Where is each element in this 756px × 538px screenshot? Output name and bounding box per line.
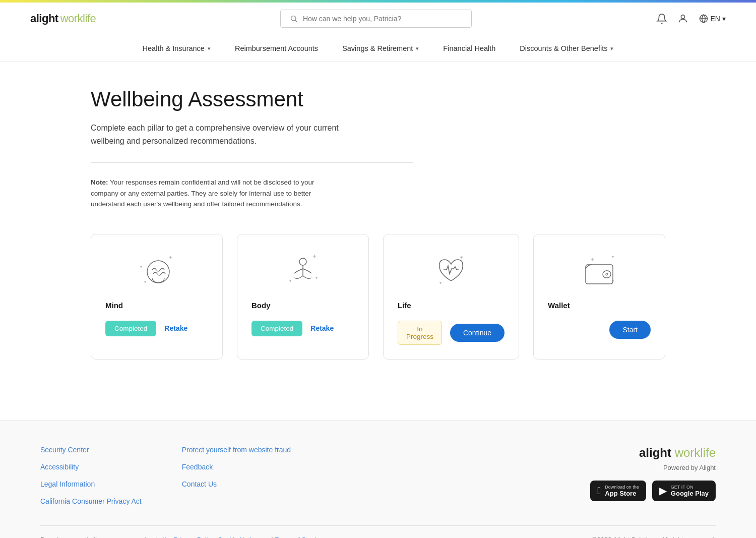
page-subtitle: Complete each pillar to get a comprehens… xyxy=(91,122,373,147)
app-badges:  Download on the App Store ▶ GET IT ON … xyxy=(590,481,716,501)
body-card-actions: Completed Retake xyxy=(251,321,334,336)
nav-health-label: Health & Insurance xyxy=(143,44,205,52)
search-input[interactable] xyxy=(303,15,462,23)
nav-financial[interactable]: Financial Health xyxy=(443,44,495,52)
play-store-badge[interactable]: ▶ GET IT ON Google Play xyxy=(652,481,716,501)
main-nav: Health & Insurance ▾ Reimbursement Accou… xyxy=(0,35,756,62)
svg-point-10 xyxy=(147,261,169,283)
bell-icon xyxy=(656,13,667,24)
health-chevron-icon: ▾ xyxy=(208,45,211,52)
life-in-progress-button: In Progress xyxy=(398,321,442,345)
header-icons: EN ▾ xyxy=(656,13,726,24)
wallet-card-label: Wallet xyxy=(548,301,570,310)
life-continue-button[interactable]: Continue xyxy=(450,324,505,342)
wallet-card-actions: Start xyxy=(548,321,651,339)
footer-links: Security Center Accessibility Legal Info… xyxy=(40,446,291,505)
life-card-icon xyxy=(398,251,505,291)
language-label: EN xyxy=(711,15,720,23)
wallet-start-button[interactable]: Start xyxy=(609,321,651,339)
nav-reimbursement-label: Reimbursement Accounts xyxy=(235,44,318,52)
footer: Security Center Accessibility Legal Info… xyxy=(0,420,756,538)
main-content: Wellbeing Assessment Complete each pilla… xyxy=(50,62,706,420)
life-card-actions: In Progress Continue xyxy=(398,321,505,345)
legal-information-link[interactable]: Legal Information xyxy=(40,480,142,488)
apple-icon:  xyxy=(597,485,601,497)
page-title: Wellbeing Assessment xyxy=(91,87,665,111)
mind-retake-button[interactable]: Retake xyxy=(164,324,187,332)
copyright-text: ©2022 Alight Solutions. All rights reser… xyxy=(592,536,716,538)
nav-health-insurance[interactable]: Health & Insurance ▾ xyxy=(143,44,211,52)
powered-by-text: Powered by Alight xyxy=(663,464,716,471)
notifications-button[interactable] xyxy=(656,13,667,24)
logo[interactable]: alight worklife xyxy=(30,12,96,25)
language-selector[interactable]: EN ▾ xyxy=(699,14,726,24)
footer-brand: alight worklife Powered by Alight  Down… xyxy=(590,446,716,501)
header: alight worklife EN ▾ xyxy=(0,3,756,35)
feedback-link[interactable]: Feedback xyxy=(182,463,291,471)
content-divider xyxy=(91,162,413,163)
footer-logo: alight worklife xyxy=(639,446,716,460)
play-store-text: GET IT ON Google Play xyxy=(671,485,709,497)
logo-alight-text: alight xyxy=(30,12,58,25)
nav-savings-label: Savings & Retirement xyxy=(342,44,413,52)
footer-legal-text: By using our website, you are agreeing t… xyxy=(40,536,325,538)
globe-icon xyxy=(699,14,709,24)
security-center-link[interactable]: Security Center xyxy=(40,446,142,454)
note-label: Note: xyxy=(91,178,108,186)
svg-rect-28 xyxy=(586,265,613,284)
mind-card: Mind Completed Retake xyxy=(91,234,223,360)
body-card-label: Body xyxy=(251,301,271,310)
ccpa-link[interactable]: California Consumer Privacy Act xyxy=(40,497,142,505)
savings-chevron-icon: ▾ xyxy=(416,45,419,52)
svg-point-0 xyxy=(291,16,296,21)
body-retake-button[interactable]: Retake xyxy=(310,324,334,332)
assessment-cards: Mind Completed Retake xyxy=(91,234,665,360)
body-completed-button[interactable]: Completed xyxy=(251,321,302,336)
mind-card-actions: Completed Retake xyxy=(105,321,187,336)
nav-discounts[interactable]: Discounts & Other Benefits ▾ xyxy=(520,44,613,52)
nav-financial-label: Financial Health xyxy=(443,44,495,52)
cookie-notice-link[interactable]: Cookie Notice xyxy=(218,536,259,538)
fraud-protection-link[interactable]: Protect yourself from website fraud xyxy=(182,446,291,454)
nav-reimbursement[interactable]: Reimbursement Accounts xyxy=(235,44,318,52)
app-store-text: Download on the App Store xyxy=(605,485,639,497)
footer-logo-alight: alight xyxy=(639,446,671,459)
mind-card-label: Mind xyxy=(105,301,123,310)
search-bar[interactable] xyxy=(280,10,472,28)
footer-col-1: Security Center Accessibility Legal Info… xyxy=(40,446,142,505)
body-icon-svg xyxy=(280,251,326,291)
footer-col-2: Protect yourself from website fraud Feed… xyxy=(182,446,291,505)
svg-point-30 xyxy=(606,273,608,275)
note-text: Note: Your responses remain confidential… xyxy=(91,177,338,210)
accessibility-link[interactable]: Accessibility xyxy=(40,463,142,471)
play-icon: ▶ xyxy=(659,485,667,497)
mind-card-icon xyxy=(105,251,208,291)
profile-button[interactable] xyxy=(677,13,688,24)
logo-worklife-text: worklife xyxy=(60,12,96,25)
user-icon xyxy=(677,13,688,24)
mind-completed-button[interactable]: Completed xyxy=(105,321,156,336)
nav-discounts-label: Discounts & Other Benefits xyxy=(520,44,607,52)
lang-chevron-icon: ▾ xyxy=(722,15,726,23)
wallet-card: Wallet Start xyxy=(533,234,665,360)
footer-legal-prefix: By using our website, you are agreeing t… xyxy=(40,536,174,538)
svg-line-1 xyxy=(295,20,297,22)
footer-bottom: By using our website, you are agreeing t… xyxy=(40,525,716,538)
nav-savings[interactable]: Savings & Retirement ▾ xyxy=(342,44,419,52)
life-card: Life In Progress Continue xyxy=(383,234,519,360)
note-body: Your responses remain confidential and w… xyxy=(91,178,314,208)
contact-us-link[interactable]: Contact Us xyxy=(182,480,291,488)
mind-icon-svg xyxy=(134,251,179,291)
svg-rect-29 xyxy=(603,271,611,278)
footer-top: Security Center Accessibility Legal Info… xyxy=(40,446,716,505)
body-card: Body Completed Retake xyxy=(237,234,369,360)
footer-legal-and: and xyxy=(262,536,275,538)
life-icon-svg xyxy=(428,251,474,291)
privacy-policy-link[interactable]: Privacy Policy xyxy=(174,536,214,538)
wallet-icon-svg xyxy=(577,251,622,291)
svg-point-17 xyxy=(299,258,306,265)
discounts-chevron-icon: ▾ xyxy=(610,45,613,52)
terms-of-service-link[interactable]: Terms of Service xyxy=(275,536,324,538)
wallet-card-icon xyxy=(548,251,651,291)
app-store-badge[interactable]:  Download on the App Store xyxy=(590,481,646,501)
